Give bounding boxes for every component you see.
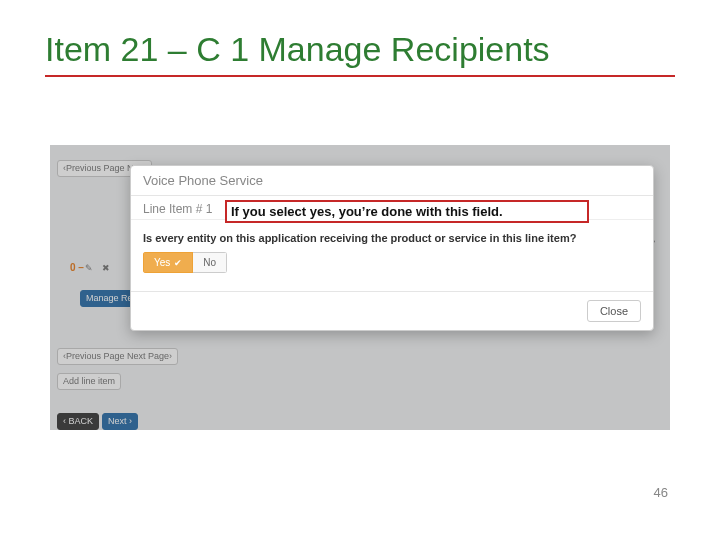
add-line-item-button[interactable]: Add line item <box>57 373 121 390</box>
close-button[interactable]: Close <box>587 300 641 322</box>
yes-no-toggle: Yes ✔ No <box>143 252 227 273</box>
row-accent: 0 – <box>70 262 84 273</box>
instruction-callout: If you select yes, you’re done with this… <box>225 200 589 223</box>
slide-title: Item 21 – C 1 Manage Recipients <box>45 30 675 77</box>
next-button[interactable]: Next › <box>102 413 138 430</box>
back-button[interactable]: ‹ BACK <box>57 413 99 430</box>
modal-question: Is every entity on this application rece… <box>143 232 641 244</box>
modal-header: Voice Phone Service <box>131 166 653 196</box>
yes-button[interactable]: Yes ✔ <box>143 252 193 273</box>
modal: Voice Phone Service Line Item # 1 Is eve… <box>130 165 654 331</box>
page-number: 46 <box>654 485 668 500</box>
check-icon: ✔ <box>174 258 182 268</box>
yes-label: Yes <box>154 257 170 268</box>
prev-next-bottom[interactable]: ‹Previous Page Next Page› <box>57 348 178 365</box>
no-button[interactable]: No <box>193 252 227 273</box>
row-mini-icons[interactable]: ✎ ✖ <box>85 263 113 273</box>
